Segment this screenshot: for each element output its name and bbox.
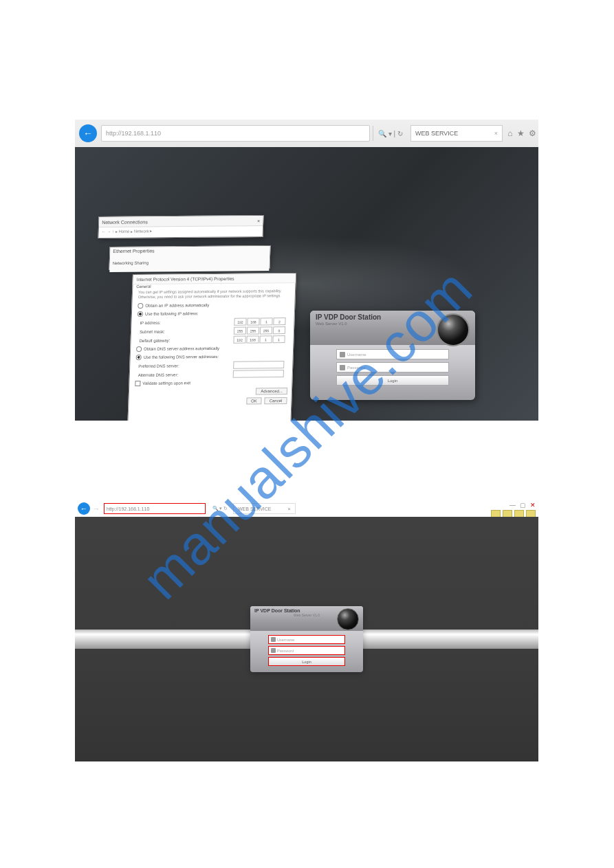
minimize-button[interactable]: — [509, 502, 516, 509]
page-body: IP VDP Door Station Web Server V1.0 User… [75, 517, 538, 761]
search-reload-controls[interactable]: 🔍 ▾ ↻ [208, 506, 232, 511]
close-icon[interactable]: × [257, 218, 260, 223]
screenshot-1: ← http://192.168.1.110 🔍 ▾ | ↻ WEB SERVI… [75, 120, 538, 421]
page-body: Network Connections× ← → ↑ ▸ Home ▸ Netw… [75, 147, 538, 421]
search-reload-controls[interactable]: 🔍 ▾ | ↻ [373, 126, 408, 141]
close-tab-icon[interactable]: × [288, 507, 291, 511]
maximize-button[interactable]: ▢ [520, 502, 526, 509]
lock-icon [340, 365, 345, 370]
browser-tab[interactable]: WEB SERVICE × [410, 125, 503, 142]
network-connections-window: Network Connections× ← → ↑ ▸ Home ▸ Netw… [98, 215, 263, 238]
cancel-button[interactable]: Cancel [265, 397, 287, 404]
login-button[interactable]: Login [268, 657, 345, 666]
address-bar[interactable]: http://192.168.1.110 [104, 503, 206, 514]
username-input[interactable]: Username [336, 349, 449, 359]
close-tab-icon[interactable]: × [494, 130, 498, 137]
lock-icon [271, 648, 276, 653]
close-button[interactable]: ✕ [530, 502, 536, 509]
screenshot-2: ← → http://192.168.1.110 🔍 ▾ ↻ WEB SERVI… [75, 500, 538, 761]
password-input[interactable]: Password [268, 646, 345, 655]
window-title: Network Connections [102, 219, 148, 225]
login-button[interactable]: Login [336, 375, 449, 386]
window-controls: — ▢ ✕ [509, 502, 536, 509]
description-text: You can get IP settings assigned automat… [133, 289, 296, 302]
ip-address-input[interactable]: 19216812 [234, 318, 285, 326]
login-panel: IP VDP Door Station Web Server V1.0 User… [250, 606, 363, 672]
settings-icon[interactable]: ⚙ [529, 129, 536, 138]
browser-tab[interactable]: WEB SERVICE × [233, 503, 296, 514]
ethernet-properties-window: Ethernet Properties Networking Sharing [109, 245, 270, 270]
window-title: Ethernet Properties [110, 246, 270, 260]
pref-dns-input[interactable] [233, 361, 284, 369]
tab-title: WEB SERVICE [238, 507, 272, 511]
subnet-mask-input[interactable]: 2552552550 [234, 326, 285, 335]
back-button[interactable]: ← [78, 502, 90, 515]
tab-row: Networking Sharing [109, 258, 270, 272]
gateway-input[interactable]: 19216811 [233, 335, 285, 344]
ok-button[interactable]: OK [246, 398, 262, 405]
browser-tools[interactable]: ⌂ ★ ⚙ [505, 129, 538, 138]
browser-chrome: ← http://192.168.1.110 🔍 ▾ | ↻ WEB SERVI… [75, 120, 538, 148]
advanced-button[interactable]: Advanced... [256, 388, 287, 394]
breadcrumb: ← → ↑ ▸ Home ▸ Network ▸ [99, 226, 263, 235]
browser-chrome: ← → http://192.168.1.110 🔍 ▾ ↻ WEB SERVI… [75, 500, 538, 517]
address-bar[interactable]: http://192.168.1.110 [101, 125, 370, 142]
forward-button[interactable]: → [90, 504, 102, 513]
user-icon [271, 637, 276, 642]
favorites-icon[interactable]: ★ [517, 129, 525, 138]
user-icon [340, 352, 345, 357]
ipv4-properties-window: Internet Protocol Version 4 (TCP/IPv4) P… [127, 273, 296, 421]
camera-lens-icon [337, 608, 359, 630]
back-button[interactable]: ← [79, 124, 97, 142]
camera-lens-icon [437, 313, 470, 346]
home-icon[interactable]: ⌂ [507, 129, 512, 138]
tab-title: WEB SERVICE [415, 130, 458, 137]
alt-dns-input[interactable] [233, 370, 284, 378]
login-panel: IP VDP Door Station Web Server V1.0 User… [310, 311, 475, 400]
password-input[interactable]: Password [336, 362, 449, 372]
username-input[interactable]: Username [268, 635, 345, 644]
